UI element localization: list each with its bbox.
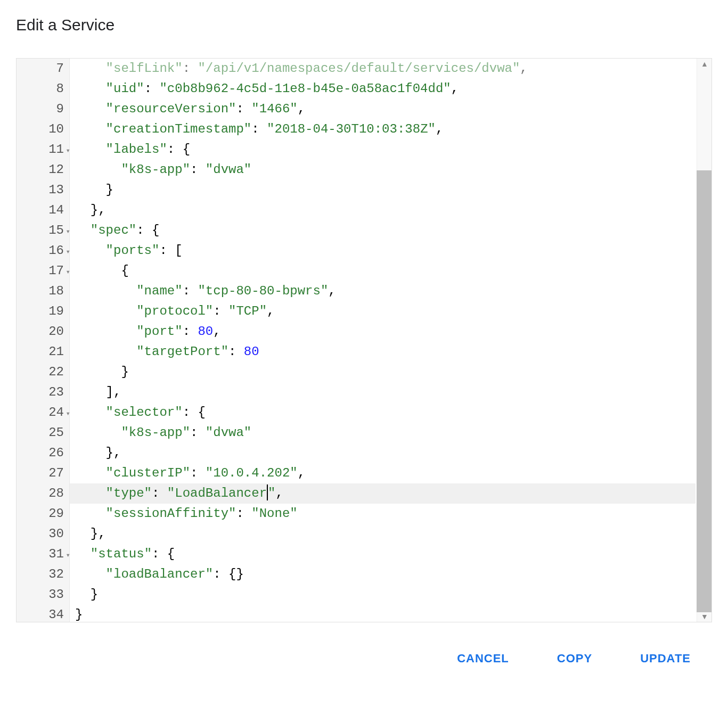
cancel-button[interactable]: CANCEL [457, 652, 509, 666]
code-line[interactable]: } [70, 585, 696, 605]
copy-button[interactable]: COPY [557, 652, 592, 666]
code-line[interactable]: }, [70, 443, 696, 463]
line-number: 10 [17, 119, 69, 139]
code-line[interactable]: "k8s-app": "dvwa" [70, 423, 696, 443]
code-line[interactable]: "type": "LoadBalancer", [70, 483, 696, 504]
code-content[interactable]: "selfLink": "/api/v1/namespaces/default/… [70, 59, 711, 622]
scroll-up-arrow[interactable]: ▲ [697, 59, 712, 69]
dialog-title: Edit a Service [16, 16, 712, 34]
code-line[interactable]: "selfLink": "/api/v1/namespaces/default/… [70, 59, 696, 79]
code-line[interactable]: } [70, 362, 696, 382]
code-line[interactable]: "port": 80, [70, 322, 696, 342]
code-line[interactable]: }, [70, 200, 696, 220]
scroll-thumb[interactable] [697, 170, 711, 612]
code-line[interactable]: "ports": [ [70, 241, 696, 261]
line-number-gutter: 7891011121314151617181920212223242526272… [17, 59, 70, 622]
line-number: 8 [17, 79, 69, 99]
line-number: 9 [17, 99, 69, 119]
line-number: 33 [17, 585, 69, 605]
line-number: 25 [17, 423, 69, 443]
vertical-scrollbar[interactable]: ▲ ▼ [697, 59, 711, 622]
line-number: 29 [17, 504, 69, 524]
code-line[interactable]: } [70, 605, 696, 622]
line-number: 31 [17, 544, 69, 564]
line-number: 27 [17, 463, 69, 483]
line-number: 18 [17, 281, 69, 301]
scroll-down-arrow[interactable]: ▼ [697, 611, 712, 622]
line-number: 34 [17, 605, 69, 622]
dialog-actions: CANCEL COPY UPDATE [16, 622, 712, 666]
code-line[interactable]: "targetPort": 80 [70, 342, 696, 362]
code-line[interactable]: ], [70, 382, 696, 402]
line-number: 22 [17, 362, 69, 382]
line-number: 15 [17, 220, 69, 241]
update-button[interactable]: UPDATE [640, 652, 691, 666]
code-line[interactable]: "clusterIP": "10.0.4.202", [70, 463, 696, 483]
code-line[interactable]: } [70, 180, 696, 200]
code-line[interactable]: "labels": { [70, 139, 696, 160]
code-line[interactable]: { [70, 261, 696, 281]
code-line[interactable]: "protocol": "TCP", [70, 301, 696, 322]
code-line[interactable]: "status": { [70, 544, 696, 564]
line-number: 17 [17, 261, 69, 281]
line-number: 14 [17, 200, 69, 220]
code-line[interactable]: }, [70, 524, 696, 544]
line-number: 7 [17, 59, 69, 79]
code-line[interactable]: "name": "tcp-80-80-bpwrs", [70, 281, 696, 301]
line-number: 28 [17, 483, 69, 504]
code-line[interactable]: "spec": { [70, 220, 696, 241]
line-number: 23 [17, 382, 69, 402]
code-line[interactable]: "loadBalancer": {} [70, 564, 696, 585]
line-number: 26 [17, 443, 69, 463]
line-number: 11 [17, 139, 69, 160]
line-number: 13 [17, 180, 69, 200]
code-editor[interactable]: 7891011121314151617181920212223242526272… [16, 58, 712, 622]
line-number: 20 [17, 322, 69, 342]
code-line[interactable]: "k8s-app": "dvwa" [70, 160, 696, 180]
line-number: 16 [17, 241, 69, 261]
line-number: 32 [17, 564, 69, 585]
code-line[interactable]: "resourceVersion": "1466", [70, 99, 696, 119]
line-number: 12 [17, 160, 69, 180]
code-line[interactable]: "sessionAffinity": "None" [70, 504, 696, 524]
line-number: 30 [17, 524, 69, 544]
code-line[interactable]: "selector": { [70, 402, 696, 423]
line-number: 24 [17, 402, 69, 423]
code-line[interactable]: "creationTimestamp": "2018-04-30T10:03:3… [70, 119, 696, 139]
code-line[interactable]: "uid": "c0b8b962-4c5d-11e8-b45e-0a58ac1f… [70, 79, 696, 99]
line-number: 19 [17, 301, 69, 322]
line-number: 21 [17, 342, 69, 362]
